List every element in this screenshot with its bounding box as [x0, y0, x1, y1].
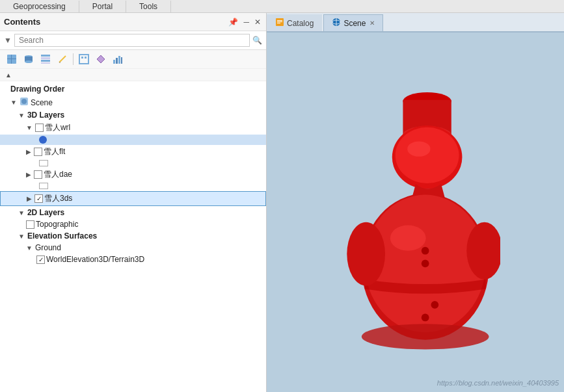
- wrl-label: 雪人wrl: [45, 122, 70, 133]
- svg-rect-23: [277, 20, 282, 21]
- 3ds-expand[interactable]: ▶: [27, 195, 32, 202]
- svg-point-44: [361, 324, 489, 349]
- close-button[interactable]: ✕: [253, 18, 262, 27]
- wrl-child-dot: [39, 136, 47, 144]
- layers2d-expand[interactable]: ▼: [18, 209, 25, 216]
- panel-controls: 📌 ─ ✕: [227, 18, 262, 27]
- catalog-label: Catalog: [287, 19, 314, 28]
- svg-point-40: [431, 301, 438, 309]
- dae-label: 雪人dae: [44, 169, 72, 180]
- svg-point-41: [421, 313, 429, 321]
- drawing-order-label: Drawing Order: [10, 85, 64, 94]
- tab-catalog[interactable]: Catalog: [267, 14, 322, 31]
- svg-rect-24: [277, 21, 282, 22]
- 3ds-checkbox[interactable]: ✓: [34, 194, 43, 203]
- pin-button[interactable]: 📌: [227, 18, 239, 27]
- snowman-svg: [331, 63, 500, 362]
- contents-panel: Contents 📌 ─ ✕ ▼ 🔍: [0, 13, 267, 392]
- svg-point-39: [421, 259, 429, 267]
- cylinder-button[interactable]: [21, 52, 36, 66]
- scene-tab-close[interactable]: ✕: [369, 20, 375, 27]
- elevation-surfaces-label: Elevation Surfaces: [27, 231, 97, 241]
- svg-rect-17: [116, 58, 118, 64]
- elevation-surfaces-header[interactable]: ▼ Elevation Surfaces: [0, 230, 266, 242]
- pin-icon: ─: [242, 18, 250, 27]
- layers2d-header[interactable]: ▼ 2D Layers: [0, 207, 266, 218]
- search-input[interactable]: [14, 34, 250, 47]
- layer-xueren-wrl[interactable]: ▼ 雪人wrl: [0, 121, 266, 135]
- ground-label: Ground: [35, 243, 61, 252]
- 3ds-label: 雪人3ds: [44, 193, 72, 204]
- edit-button[interactable]: [55, 52, 70, 66]
- svg-point-34: [407, 141, 430, 156]
- selection-button[interactable]: [93, 52, 109, 66]
- svg-rect-13: [81, 57, 83, 59]
- main-area: Contents 📌 ─ ✕ ▼ 🔍: [0, 13, 564, 392]
- svg-point-5: [25, 60, 33, 63]
- dae-swatch: [39, 183, 48, 189]
- filter-icon: ▼: [4, 36, 12, 45]
- wrl-expand[interactable]: ▼: [26, 124, 33, 131]
- scene-tab-icon: [332, 18, 341, 29]
- dae-checkbox[interactable]: [34, 170, 42, 179]
- layer-topographic[interactable]: Topographic: [0, 218, 266, 230]
- flt-label: 雪人flt: [44, 146, 65, 157]
- chart-button[interactable]: [110, 52, 126, 66]
- layer-xueren-3ds[interactable]: ▶ ✓ 雪人3ds: [0, 191, 266, 206]
- dae-child-item: [0, 181, 266, 190]
- wrl-child-item[interactable]: [0, 135, 266, 145]
- scene-expand[interactable]: ▼: [10, 99, 17, 106]
- svg-rect-18: [118, 56, 120, 64]
- panel-title: Contents: [4, 17, 40, 27]
- search-bar: ▼ 🔍: [0, 31, 266, 50]
- catalog-icon: [275, 18, 284, 29]
- ground-item[interactable]: ▼ Ground: [0, 242, 266, 254]
- terrain3d-checkbox[interactable]: ✓: [36, 255, 45, 264]
- svg-point-38: [421, 246, 429, 254]
- collapse-arrow[interactable]: ▲: [5, 72, 12, 79]
- layer-xueren-flt[interactable]: ▶ 雪人flt: [0, 145, 266, 159]
- top-bar: Geoprocessing Portal Tools: [0, 0, 564, 13]
- dae-expand[interactable]: ▶: [26, 171, 31, 178]
- table-button[interactable]: [38, 52, 53, 66]
- contents-tree: Drawing Order ▼ Scene ▼ 3D Layers ▼ 雪人wr…: [0, 81, 266, 392]
- portal-menu[interactable]: Portal: [79, 1, 126, 12]
- svg-rect-6: [41, 55, 50, 57]
- scene-item[interactable]: ▼ Scene: [0, 96, 266, 109]
- svg-point-33: [395, 127, 459, 183]
- drawing-order-header: Drawing Order: [0, 83, 266, 96]
- map-view-button[interactable]: [4, 52, 20, 66]
- layers3d-label: 3D Layers: [27, 111, 64, 120]
- topographic-label: Topographic: [36, 220, 78, 229]
- toolbar-divider: [73, 53, 74, 65]
- svg-rect-25: [277, 23, 280, 23]
- flt-expand[interactable]: ▶: [26, 148, 31, 155]
- tab-scene[interactable]: Scene ✕: [323, 14, 383, 31]
- svg-marker-15: [97, 55, 105, 63]
- 3d-model-display: [331, 63, 500, 362]
- scene-tab-label: Scene: [343, 19, 366, 28]
- tools-menu[interactable]: Tools: [126, 1, 171, 12]
- wrl-checkbox[interactable]: [35, 124, 44, 132]
- right-panel: Catalog Scene ✕: [267, 13, 564, 392]
- search-button[interactable]: 🔍: [252, 36, 262, 45]
- svg-point-21: [21, 99, 27, 104]
- layers3d-header[interactable]: ▼ 3D Layers: [0, 109, 266, 121]
- flt-checkbox[interactable]: [34, 148, 42, 156]
- flt-swatch: [39, 160, 48, 166]
- terrain3d-item[interactable]: ✓ WorldElevation3D/Terrain3D: [0, 254, 266, 265]
- elevation-expand[interactable]: ▼: [18, 233, 25, 240]
- ground-expand[interactable]: ▼: [26, 244, 33, 252]
- toolbar: [0, 50, 266, 69]
- geoprocessing-menu[interactable]: Geoprocessing: [0, 1, 79, 12]
- topographic-checkbox[interactable]: [26, 220, 34, 229]
- watermark: https://blog.csdn.net/weixin_40403995: [437, 379, 559, 387]
- feature-class-button[interactable]: [76, 52, 92, 66]
- layer-xueren-dae[interactable]: ▶ 雪人dae: [0, 168, 266, 181]
- scene-icon: [20, 97, 29, 108]
- svg-rect-19: [121, 57, 122, 64]
- svg-rect-12: [79, 55, 88, 64]
- layers3d-expand[interactable]: ▼: [18, 112, 25, 119]
- terrain3d-label: WorldElevation3D/Terrain3D: [46, 255, 144, 264]
- svg-rect-9: [41, 62, 50, 64]
